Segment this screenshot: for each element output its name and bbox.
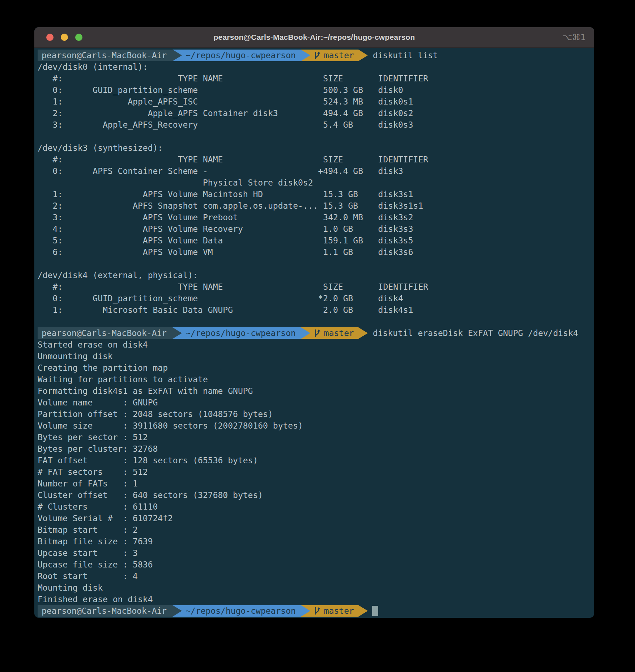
prompt-git-segment: master <box>310 605 358 617</box>
prompt-directory: ~/repos/hugo-cwpearson <box>182 327 301 339</box>
powerline-separator-icon <box>172 50 182 61</box>
diskutil-list-disk0-output: /dev/disk0 (internal): #: TYPE NAME SIZE… <box>38 61 591 131</box>
prompt-user-host: pearson@Carls-MacBook-Air <box>38 50 172 61</box>
zoom-button[interactable] <box>75 34 82 41</box>
terminal-content[interactable]: pearson@Carls-MacBook-Air ~/repos/hugo-c… <box>34 48 594 618</box>
prompt-user-host: pearson@Carls-MacBook-Air <box>38 327 172 339</box>
prompt-git-segment: master <box>310 50 358 61</box>
git-branch-name: master <box>324 50 354 61</box>
terminal-window: pearson@Carls-MacBook-Air:~/repos/hugo-c… <box>34 27 594 618</box>
powerline-separator-icon <box>301 327 310 339</box>
powerline-separator-icon <box>301 605 310 617</box>
terminal-cursor[interactable] <box>372 606 378 616</box>
shell-prompt-1: pearson@Carls-MacBook-Air ~/repos/hugo-c… <box>38 50 591 61</box>
minimize-button[interactable] <box>61 34 68 41</box>
powerline-separator-icon <box>172 327 182 339</box>
git-branch-icon <box>313 328 321 338</box>
powerline-separator-icon <box>172 605 182 617</box>
window-title: pearson@Carls-MacBook-Air:~/repos/hugo-c… <box>214 33 415 42</box>
prompt-directory: ~/repos/hugo-cwpearson <box>182 605 301 617</box>
powerline-separator-icon <box>358 327 368 339</box>
prompt-user-host: pearson@Carls-MacBook-Air <box>38 605 172 617</box>
powerline-separator-icon <box>358 50 368 61</box>
prompt-directory: ~/repos/hugo-cwpearson <box>182 50 301 61</box>
diskutil-list-disk4-output: /dev/disk4 (external, physical): #: TYPE… <box>38 269 591 316</box>
window-titlebar[interactable]: pearson@Carls-MacBook-Air:~/repos/hugo-c… <box>34 27 594 48</box>
erase-disk-output: Started erase on disk4 Unmounting disk C… <box>38 339 591 605</box>
git-branch-icon <box>313 51 321 60</box>
shell-prompt-2: pearson@Carls-MacBook-Air ~/repos/hugo-c… <box>38 327 591 339</box>
diskutil-list-disk3-output: /dev/disk3 (synthesized): #: TYPE NAME S… <box>38 142 591 258</box>
close-button[interactable] <box>46 34 54 41</box>
powerline-separator-icon <box>301 50 310 61</box>
traffic-lights <box>46 27 82 47</box>
powerline-separator-icon <box>358 605 368 617</box>
window-shortcut-badge: ⌥⌘1 <box>563 27 586 47</box>
git-branch-name: master <box>324 327 354 339</box>
shell-prompt-current[interactable]: pearson@Carls-MacBook-Air ~/repos/hugo-c… <box>38 605 591 617</box>
prompt-git-segment: master <box>310 327 358 339</box>
git-branch-icon <box>313 606 321 616</box>
command-diskutil-list: diskutil list <box>373 50 438 61</box>
command-diskutil-erasedisk: diskutil eraseDisk ExFAT GNUPG /dev/disk… <box>373 327 578 339</box>
git-branch-name: master <box>324 605 354 617</box>
